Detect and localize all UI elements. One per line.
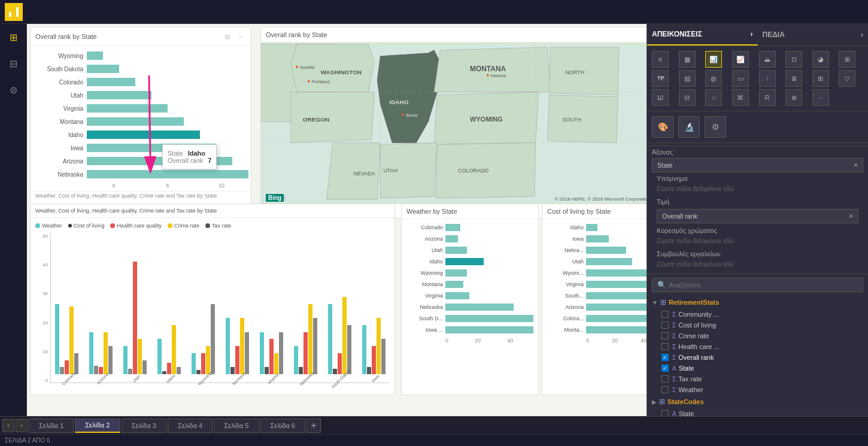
sidebar-data-icon[interactable]: ⊟: [5, 55, 22, 72]
field-name: Tax rate: [678, 375, 702, 383]
viz-line[interactable]: 📈: [732, 51, 749, 68]
value-close-icon[interactable]: ×: [849, 212, 853, 220]
field-tax-rate[interactable]: Σ Tax rate: [647, 374, 868, 384]
viz-more[interactable]: ···: [812, 89, 829, 106]
add-page-btn[interactable]: +: [306, 418, 321, 433]
field-crime-rate[interactable]: Σ Crime rate: [647, 330, 868, 341]
hchart-bar: [445, 292, 469, 299]
viz-custom2[interactable]: ⊕: [785, 89, 802, 106]
vbar-bars: [123, 233, 147, 374]
hchart-bar: [586, 235, 609, 242]
vbar: [226, 318, 230, 374]
tooltip-section-label: Συμβουλές εργαλείων: [652, 248, 863, 260]
field-weather[interactable]: Σ Weather: [647, 384, 868, 395]
vbar: [123, 346, 128, 374]
sidebar-home-icon[interactable]: ⊞: [5, 29, 22, 45]
hbar-label: Virginia: [33, 105, 87, 112]
page-tab-1[interactable]: Σελίδα 1: [29, 418, 74, 433]
viz-map[interactable]: 🗺: [652, 70, 669, 87]
hchart-row: Utah: [547, 256, 647, 267]
yaxis-label: 40: [35, 262, 48, 268]
page-tab-6[interactable]: Σελίδα 6: [260, 418, 305, 433]
viz-table[interactable]: ⊞: [812, 70, 829, 87]
field-type-icon: Σ: [672, 376, 676, 383]
hchart-row: South...: [547, 290, 647, 301]
field-overall-rank[interactable]: Σ Overall rank: [647, 352, 868, 363]
field-health-care[interactable]: Σ Health care ...: [647, 341, 868, 352]
field-checkbox[interactable]: [661, 375, 669, 383]
viz-bar-chart[interactable]: 📊: [705, 51, 722, 68]
viz-scatter[interactable]: ⊡: [785, 51, 802, 68]
field-checkbox[interactable]: [661, 311, 669, 318]
viz-combo[interactable]: ⊟: [679, 89, 696, 106]
field-checkbox[interactable]: [661, 321, 669, 329]
field-checkbox-checked[interactable]: [661, 365, 669, 372]
format-btn[interactable]: 🎨: [652, 116, 673, 138]
hbar-xaxis: 0 5 10: [87, 181, 248, 189]
field-checkbox[interactable]: [661, 343, 669, 350]
hchart-row: Colorado: [406, 222, 533, 233]
vbar: [328, 304, 332, 375]
viz-matrix[interactable]: ▤: [679, 70, 696, 87]
vbar-bars: [226, 233, 249, 374]
prev-page-btn[interactable]: ‹: [2, 419, 14, 432]
hchart-bar: [586, 247, 626, 254]
viz-ribbon[interactable]: ⌘: [732, 89, 749, 106]
next-page-btn[interactable]: ›: [16, 419, 28, 432]
analytics-btn[interactable]: 🔬: [678, 116, 700, 138]
viz-slicer[interactable]: ≣: [785, 70, 802, 87]
page-tab-3[interactable]: Σελίδα 3: [122, 418, 166, 433]
vbar-bars: [89, 233, 113, 374]
legend-dot: [35, 223, 40, 228]
field-state-code-state[interactable]: A State: [647, 408, 868, 416]
svg-point-31: [402, 114, 404, 116]
page-tab-2[interactable]: Σελίδα 2: [75, 418, 120, 433]
retirement-stats-header[interactable]: ▼ ⊞ RetirementStats: [647, 296, 868, 309]
page-tab-5[interactable]: Σελίδα 5: [214, 418, 259, 433]
viz-stacked-bar[interactable]: ≡: [652, 51, 669, 68]
hchart-label: Utah: [547, 259, 586, 265]
legend-health: Health care quality: [110, 223, 162, 229]
field-type-icon: Σ: [672, 311, 676, 318]
field-checkbox-checked[interactable]: [661, 354, 669, 361]
field-checkbox[interactable]: [661, 386, 669, 393]
field-checkbox[interactable]: [661, 410, 669, 416]
expand-icon[interactable]: ⊡: [222, 31, 233, 42]
action-icons-row: 🎨 🔬 ⚙: [647, 111, 868, 143]
map-header: Overall rank by State: [261, 28, 647, 43]
viz-pie[interactable]: ◕: [812, 51, 829, 68]
filter-btn[interactable]: ⚙: [705, 116, 726, 138]
vbar-bars: [55, 233, 78, 374]
state-codes-header[interactable]: ▶ ⊞ StateCodes: [647, 395, 868, 408]
vbar-bars: [157, 233, 181, 374]
value-field: Overall rank: [662, 213, 697, 220]
field-state[interactable]: A State: [647, 363, 868, 374]
field-community[interactable]: Σ Community ...: [647, 309, 868, 320]
map-attribution: © 2018 HERE, © 2018 Microsoft Corporatio…: [555, 196, 647, 202]
axes-close-icon[interactable]: ×: [854, 161, 858, 169]
search-input[interactable]: [669, 281, 858, 289]
field-checkbox[interactable]: [661, 332, 669, 339]
field-cost-of-living[interactable]: Σ Cost of living: [647, 320, 868, 330]
svg-text:COLORADO: COLORADO: [458, 168, 488, 174]
viz-waterfall[interactable]: Ш: [652, 89, 669, 106]
weather-chart-header: Weather by State: [402, 204, 538, 219]
viz-funnel[interactable]: ▽: [839, 70, 855, 87]
axes-field-text: State: [657, 162, 673, 169]
viz-custom1[interactable]: R: [759, 89, 776, 106]
hbar-bar-container: [87, 117, 248, 126]
viz-donut[interactable]: ○: [705, 89, 722, 106]
viz-area[interactable]: ⛰: [759, 51, 776, 68]
page-tab-4[interactable]: Σελίδα 4: [168, 418, 213, 433]
sidebar-model-icon[interactable]: ⊜: [5, 81, 22, 98]
viz-kpi[interactable]: ↑: [759, 70, 776, 87]
more-icon[interactable]: ···: [235, 31, 246, 42]
viz-gauge[interactable]: ◍: [705, 70, 722, 87]
viz-treemap[interactable]: ⊞: [839, 51, 855, 68]
viz-clustered-bar[interactable]: ▦: [679, 51, 696, 68]
tab-visualizations[interactable]: ΑΠΕΙΚΟΝΙΣΕΙΣ ›: [647, 24, 758, 45]
viz-card[interactable]: ▭: [732, 70, 749, 87]
tab-fields[interactable]: ΠΕΔΙΑ ›: [758, 24, 869, 45]
hchart-label: Utah: [406, 247, 445, 253]
hchart-label: Nebraska: [406, 304, 445, 310]
